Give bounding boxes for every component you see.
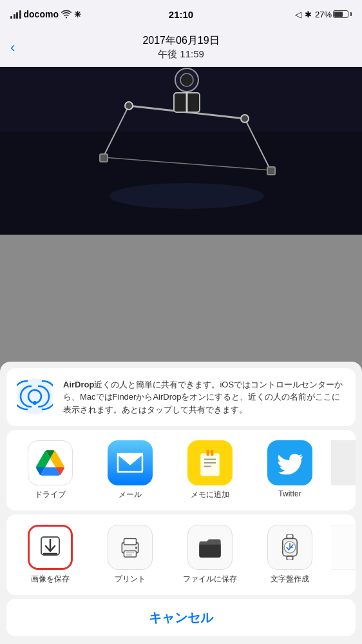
cancel-button[interactable]: キャンセル [6, 599, 356, 636]
svg-point-33 [135, 547, 137, 549]
save-image-icon [28, 525, 73, 570]
app-item-twitter[interactable]: Twitter [251, 440, 329, 498]
print-label: プリント [115, 574, 146, 585]
svg-rect-21 [200, 453, 219, 476]
airdrop-desc-text: 近くの人と簡単に共有できます。iOSではコントロールセンターから、MacではFi… [63, 380, 343, 415]
watchface-icon [267, 525, 312, 570]
partial-icon [331, 440, 356, 485]
airdrop-title: AirDrop [63, 380, 94, 389]
svg-point-18 [33, 401, 37, 405]
print-icon [108, 525, 153, 570]
action-item-watchface[interactable]: 文字盤作成 [251, 525, 329, 585]
svg-rect-1 [0, 132, 362, 235]
airdrop-section[interactable]: AirDrop近くの人と簡単に共有できます。iOSではコントロールセンターから、… [6, 368, 356, 427]
app-item-drive[interactable]: ドライブ [12, 440, 89, 500]
nav-time: 午後 11:59 [142, 48, 219, 61]
svg-rect-26 [211, 450, 214, 456]
svg-rect-36 [287, 534, 293, 538]
app-item-memo[interactable]: メモに追加 [171, 440, 249, 500]
drive-icon [28, 440, 73, 485]
photo-content [0, 67, 362, 235]
svg-point-13 [180, 73, 193, 86]
save-files-icon [187, 525, 233, 570]
status-right: ◁ ✱ 27% [295, 10, 352, 19]
wifi-icon [61, 10, 71, 19]
action-item-save-files[interactable]: ファイルに保存 [171, 525, 249, 585]
airdrop-description: AirDrop近くの人と簡単に共有できます。iOSではコントロールセンターから、… [63, 378, 345, 416]
svg-rect-14 [100, 154, 108, 162]
share-sheet: AirDrop近くの人と簡単に共有できます。iOSではコントロールセンターから、… [0, 362, 362, 645]
app-item-partial [331, 440, 356, 485]
mail-label: メール [119, 489, 142, 500]
airdrop-icon [17, 378, 53, 415]
svg-point-7 [125, 102, 133, 110]
action-item-print[interactable]: プリント [91, 525, 169, 585]
memo-icon [187, 440, 233, 485]
app-row: ドライブ メール [6, 430, 356, 511]
partial-action-icon [331, 525, 356, 570]
save-files-label: ファイルに保存 [183, 574, 237, 585]
twitter-icon [267, 440, 312, 485]
svg-point-8 [241, 115, 249, 122]
svg-rect-32 [124, 539, 137, 545]
nav-bar: ‹ 2017年06月19日 午後 11:59 [0, 28, 362, 67]
bluetooth-icon: ✱ [305, 10, 312, 19]
svg-point-16 [110, 183, 264, 209]
action-row: 画像を保存 プリント [6, 514, 356, 595]
nav-title: 2017年06月19日 午後 11:59 [142, 34, 219, 60]
battery-indicator: 27% [315, 10, 352, 19]
status-bar: docomo ✳ 21:10 ◁ ✱ 27% [0, 0, 362, 28]
battery-label: 27% [315, 10, 332, 19]
drive-label: ドライブ [35, 489, 66, 500]
action-item-save-image[interactable]: 画像を保存 [12, 525, 89, 585]
status-time: 21:10 [169, 9, 193, 20]
svg-rect-31 [124, 551, 137, 558]
svg-rect-15 [267, 167, 275, 175]
svg-rect-41 [287, 556, 293, 560]
status-left: docomo ✳ [10, 9, 81, 19]
cancel-label: キャンセル [149, 609, 213, 627]
app-item-mail[interactable]: メール [91, 440, 169, 500]
carrier-label: docomo [24, 9, 59, 19]
back-button[interactable]: ‹ [10, 39, 15, 56]
memo-label: メモに追加 [191, 489, 229, 500]
watchface-label: 文字盤作成 [271, 574, 309, 585]
nav-date: 2017年06月19日 [142, 34, 219, 48]
action-item-partial [331, 525, 356, 570]
signal-icon [10, 10, 21, 19]
twitter-label: Twitter [278, 489, 301, 498]
photo-image [0, 67, 362, 235]
save-image-label: 画像を保存 [31, 574, 70, 585]
photo-area [0, 67, 362, 235]
location-icon: ◁ [295, 10, 301, 19]
brightness-icon: ✳ [74, 10, 81, 19]
mail-icon [108, 440, 153, 485]
svg-rect-25 [207, 450, 210, 456]
